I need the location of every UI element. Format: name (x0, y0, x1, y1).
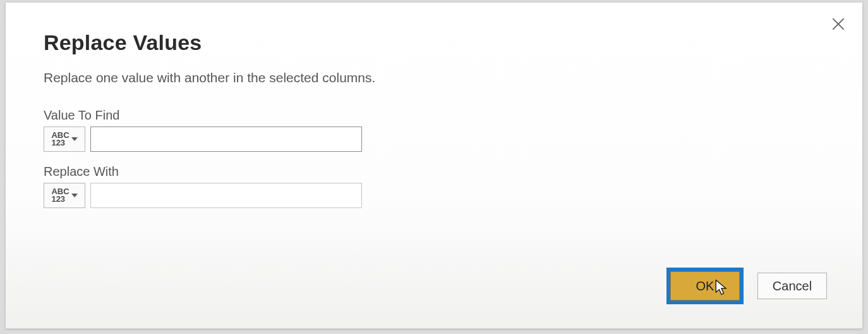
cancel-button[interactable]: Cancel (757, 273, 827, 299)
app-backdrop: Replace Values Replace one value with an… (0, 0, 868, 334)
replace-with-label: Replace With (44, 164, 824, 179)
replace-values-dialog: Replace Values Replace one value with an… (5, 2, 863, 329)
ok-button-highlight: OK (666, 268, 744, 304)
value-to-find-label: Value To Find (44, 108, 824, 123)
ok-button[interactable]: OK (670, 271, 740, 300)
chevron-down-icon (71, 137, 78, 141)
replace-with-input[interactable] (90, 183, 362, 208)
any-type-icon: ABC 123 (51, 188, 69, 202)
value-to-find-type-picker[interactable]: ABC 123 (44, 127, 85, 152)
dialog-button-row: OK Cancel (666, 268, 827, 304)
close-button[interactable] (827, 14, 850, 37)
dialog-title: Replace Values (44, 30, 824, 55)
dialog-content: Replace Values Replace one value with an… (44, 30, 824, 221)
value-to-find-row: ABC 123 (44, 127, 824, 152)
replace-with-type-picker[interactable]: ABC 123 (44, 183, 85, 208)
value-to-find-input[interactable] (90, 127, 362, 152)
replace-with-row: ABC 123 (44, 183, 824, 208)
dialog-subtitle: Replace one value with another in the se… (44, 70, 824, 85)
chevron-down-icon (71, 194, 78, 197)
any-type-icon: ABC 123 (51, 132, 69, 146)
close-icon (830, 16, 847, 35)
